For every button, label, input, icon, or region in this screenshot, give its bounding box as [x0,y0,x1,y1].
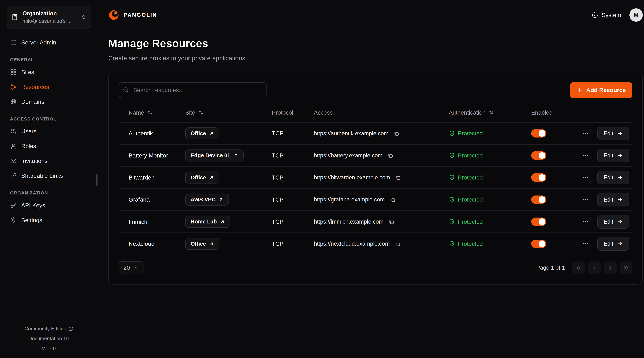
edit-button[interactable]: Edit [597,215,629,229]
column-name: Name [128,109,185,117]
table-row: Grafana AWS VPC TCP https://grafana.exam… [118,188,632,210]
column-site-label: Site [185,109,195,117]
search-input[interactable] [118,82,267,98]
next-page-button[interactable] [604,261,616,274]
edit-label: Edit [604,197,613,203]
access-url: https://immich.example.com [314,218,384,226]
globe-icon [10,98,17,105]
resource-name: Nextcloud [128,240,185,248]
enabled-toggle[interactable] [531,173,546,182]
gear-icon [10,217,17,223]
resource-name: Bitwarden [128,173,185,182]
prev-page-button[interactable] [588,261,601,274]
page-size-select[interactable]: 20 [118,261,144,274]
sidebar-item-roles[interactable]: Roles [7,139,91,154]
community-edition-link[interactable]: Community Edition [0,325,98,332]
top-right: System M [592,8,643,22]
auth-status: Protected [458,218,483,226]
edit-button[interactable]: Edit [597,171,629,184]
link-icon [10,172,17,179]
row-menu-button[interactable] [581,173,591,183]
edit-button[interactable]: Edit [597,237,629,251]
toggle-knob [539,218,545,225]
enabled-toggle[interactable] [531,218,546,226]
sort-name-button[interactable] [147,110,152,115]
org-picker[interactable]: Organization milo@fossorial.io's ... [7,6,91,28]
sidebar-item-sites[interactable]: Sites [7,65,91,80]
enabled-cell [531,195,578,204]
site-link-button[interactable]: Home Lab [185,216,230,228]
resource-name: Grafana [128,195,185,204]
add-resource-label: Add Resource [586,87,626,93]
edit-label: Edit [604,152,613,159]
column-name-label: Name [128,109,144,117]
access-cell: https://battery.example.com [314,152,449,159]
first-page-button[interactable] [572,261,585,274]
sidebar-item-label: Domains [21,98,44,106]
site-link-button[interactable]: Office [185,127,219,139]
arrow-right-icon [617,219,623,225]
site-name: Office [190,130,206,137]
protocol: TCP [272,173,314,182]
edit-button[interactable]: Edit [597,193,629,207]
section-label-access-control: ACCESS CONTROL [7,116,91,122]
site-link-button[interactable]: Office [185,172,219,184]
sidebar-item-shareable-links[interactable]: Shareable Links [7,168,91,183]
sidebar-item-label: Settings [21,216,42,224]
enabled-toggle[interactable] [531,195,546,204]
site-link-button[interactable]: Edge Device 01 [185,150,244,161]
shield-check-icon [449,241,455,247]
sidebar-item-settings[interactable]: Settings [7,213,91,228]
row-menu-button[interactable] [581,195,591,205]
sort-icon [198,110,204,115]
search-box [118,82,267,98]
copy-url-button[interactable] [387,152,394,159]
copy-url-button[interactable] [393,130,400,137]
copy-url-button[interactable] [394,174,402,181]
sidebar: Organization milo@fossorial.io's ... Ser… [0,0,98,358]
row-menu-button[interactable] [581,217,591,227]
avatar[interactable]: M [630,8,643,22]
row-menu-button[interactable] [581,128,591,138]
row-menu-button[interactable] [581,151,591,161]
sort-site-button[interactable] [198,110,204,115]
last-page-button[interactable] [620,261,632,274]
arrow-right-icon [617,197,623,202]
enabled-toggle[interactable] [531,129,546,138]
sidebar-item-label: Invitations [21,157,48,165]
sidebar-item-label: Users [21,127,36,135]
documentation-link[interactable]: Documentation [0,335,98,342]
sidebar-item-invitations[interactable]: Invitations [7,154,91,168]
site-link-button[interactable]: Office [185,238,219,250]
authentication-cell: Protected [449,218,531,226]
sidebar-item-api-keys[interactable]: API Keys [7,198,91,213]
enabled-toggle[interactable] [531,240,546,248]
copy-url-button[interactable] [389,196,396,203]
edit-label: Edit [604,130,613,137]
theme-selector[interactable]: System [592,11,621,19]
copy-url-button[interactable] [394,240,401,248]
table-row: Immich Home Lab TCP https://immich.examp… [118,210,632,232]
arrow-up-right-icon [234,153,238,158]
sidebar-item-domains[interactable]: Domains [7,94,91,109]
sidebar-scrollbar[interactable] [96,174,98,186]
column-access-label: Access [314,109,333,117]
edit-button[interactable]: Edit [597,149,629,162]
actions-cell: Edit [578,171,629,184]
sort-icon [147,110,152,115]
ellipsis-icon [582,152,589,159]
sidebar-item-users[interactable]: Users [7,124,91,139]
sidebar-item-server-admin[interactable]: Server Admin [7,35,91,50]
site-link-button[interactable]: AWS VPC [185,194,229,206]
sidebar-item-resources[interactable]: Resources [7,80,91,94]
enabled-toggle[interactable] [531,151,546,160]
copy-url-button[interactable] [388,218,395,225]
column-authentication: Authentication [449,109,531,117]
sort-authentication-button[interactable] [488,110,494,115]
edit-button[interactable]: Edit [597,127,629,140]
site-cell: Home Lab [185,216,272,228]
add-resource-button[interactable]: Add Resource [570,82,632,98]
pagination: Page 1 of 1 [536,261,632,274]
row-menu-button[interactable] [581,239,591,249]
site-cell: Office [185,172,272,184]
